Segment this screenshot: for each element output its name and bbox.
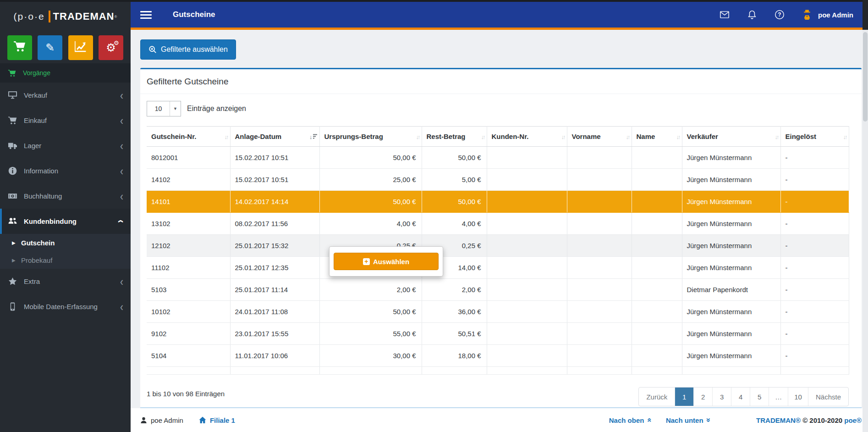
table-row[interactable]: 510325.01.2017 11:142,00 €2,00 €Dietmar …: [147, 279, 849, 301]
sort-icon: ↓↑: [843, 133, 846, 140]
topbar: Gutscheine ? poe Admin: [131, 2, 863, 30]
user-menu[interactable]: poe Admin: [802, 9, 853, 20]
table-cell: [632, 279, 682, 301]
table-cell: [422, 367, 487, 375]
column-header-eingeloest[interactable]: Eingelöst↓↑: [780, 127, 849, 147]
table-cell: [567, 169, 632, 191]
table-cell: [632, 213, 682, 235]
column-header-anlage-datum[interactable]: Anlage-Datum↓: [230, 127, 319, 147]
double-chevron-up-icon: »: [644, 418, 654, 422]
scroll-to-bottom-link[interactable]: Nach unten »: [666, 415, 710, 425]
table-row[interactable]: 1110225.01.2017 12:3514,00 €Jürgen Münst…: [147, 257, 849, 279]
vertical-scrollbar[interactable]: [863, 0, 868, 432]
column-header-gutschein-nr[interactable]: Gutschein-Nr.↓↑: [147, 127, 230, 147]
sidebar-subitem-gutschein[interactable]: ▶ Gutschein: [0, 234, 131, 251]
table-cell: [567, 323, 632, 345]
table-row[interactable]: 910223.01.2017 15:5555,00 €50,51 €Jürgen…: [147, 323, 849, 345]
column-header-verkaeufer[interactable]: Verkäufer↓↑: [682, 127, 780, 147]
pagination-page[interactable]: 3: [712, 388, 731, 406]
caret-right-icon: ▶: [12, 258, 21, 263]
column-label: Vorname: [572, 133, 601, 140]
pagination-next[interactable]: Nächste: [808, 388, 848, 406]
scrollbar-thumb[interactable]: [863, 32, 868, 122]
table-cell: 14102: [147, 169, 230, 191]
table-row[interactable]: 1310208.02.2017 11:564,00 €4,00 €Jürgen …: [147, 213, 849, 235]
table-cell: Jürgen Münstermann: [682, 257, 780, 279]
window-top-strip: [0, 0, 868, 2]
table-cell: 50,51 €: [422, 323, 487, 345]
footer-branch-label: Filiale 1: [210, 416, 235, 424]
chevron-left-icon: ‹: [120, 275, 123, 287]
table-row[interactable]: 1410215.02.2017 10:5125,00 €5,00 €Jürgen…: [147, 169, 849, 191]
copyright-brand: TRADEMAN®: [756, 416, 801, 424]
select-voucher-label: Auswählen: [373, 258, 409, 266]
sidebar-section-vorgaenge: Vorgänge: [0, 63, 131, 83]
quick-settings-button[interactable]: ⚙⚙: [99, 35, 123, 60]
table-cell: 5104: [147, 345, 230, 367]
table-cell: -: [780, 213, 849, 235]
quick-chart-button[interactable]: [68, 35, 93, 60]
table-row[interactable]: 801200115.02.2017 10:5150,00 €50,00 €Jür…: [147, 147, 849, 169]
filtered-select-button[interactable]: Gefilterte auswählen: [140, 39, 236, 60]
table-cell: [567, 301, 632, 323]
quick-edit-button[interactable]: ✎: [38, 35, 62, 60]
scroll-to-bottom-label: Nach unten: [666, 416, 703, 424]
logo-registered-mark: ®: [115, 15, 117, 19]
menu-toggle-button[interactable]: [140, 11, 152, 19]
table-cell: [567, 235, 632, 257]
table-cell: -: [780, 191, 849, 213]
caret-right-icon: ▶: [12, 240, 21, 245]
sidebar-item-einkauf[interactable]: Einkauf ‹: [0, 108, 131, 133]
sidebar-subitem-probekauf[interactable]: ▶ Probekauf: [0, 251, 131, 269]
table-row[interactable]: 1010224.01.2017 11:0850,00 €36,00 €Jürge…: [147, 301, 849, 323]
help-question-icon[interactable]: ?: [774, 9, 785, 20]
sidebar-item-lager[interactable]: Lager ‹: [0, 133, 131, 158]
column-header-ursprungs-betrag[interactable]: Ursprungs-Betrag↓↑: [319, 127, 422, 147]
pagination-page[interactable]: 4: [731, 388, 750, 406]
pagination-page[interactable]: 5: [750, 388, 769, 406]
sidebar-item-label: Information: [24, 167, 58, 175]
quick-cart-button[interactable]: [7, 35, 32, 60]
table-cell: [567, 257, 632, 279]
sidebar-item-mobile-daten-erfassung[interactable]: Mobile Daten-Erfassung ‹: [0, 294, 131, 319]
pagination-page[interactable]: 10: [788, 388, 808, 406]
table-cell: 50,00 €: [319, 191, 422, 213]
table-row[interactable]: 510411.01.2017 10:0630,00 €18,00 €Jürgen…: [147, 345, 849, 367]
user-icon: [140, 417, 147, 424]
sidebar-item-label: Buchhaltung: [24, 192, 62, 200]
notifications-bell-icon[interactable]: [747, 9, 758, 20]
select-voucher-button[interactable]: + Auswählen: [334, 253, 439, 270]
column-header-kunden-nr[interactable]: Kunden-Nr.↓↑: [487, 127, 567, 147]
sidebar-item-kundenbindung[interactable]: Kundenbindung ‹: [0, 209, 131, 234]
table-cell: -: [780, 345, 849, 367]
pagination-page[interactable]: 2: [693, 388, 712, 406]
table-cell: 10102: [147, 301, 230, 323]
table-row[interactable]: 1410114.02.2017 14:1450,00 €50,00 €Jürge…: [147, 191, 849, 213]
topbar-actions: ? poe Admin: [719, 9, 853, 20]
sidebar-item-extra[interactable]: Extra ‹: [0, 269, 131, 294]
table-cell: Jürgen Münstermann: [682, 213, 780, 235]
table-cell: [567, 345, 632, 367]
page-length-select[interactable]: 10 ▼: [147, 101, 181, 116]
column-header-name[interactable]: Name↓↑: [632, 127, 682, 147]
sidebar-item-buchhaltung[interactable]: Buchhaltung ‹: [0, 183, 131, 209]
brand-logo[interactable]: (p·o·eTRADEMAN®: [0, 0, 131, 30]
footer-branch-link[interactable]: Filiale 1: [199, 416, 235, 424]
pagination-page[interactable]: 1: [675, 388, 693, 406]
sidebar-item-verkauf[interactable]: Verkauf ‹: [0, 83, 131, 108]
table-cell: 15.02.2017 10:51: [230, 147, 319, 169]
messages-envelope-icon[interactable]: [719, 9, 730, 20]
table-row-stub: [147, 367, 849, 375]
table-row[interactable]: 1210225.01.2017 15:320.25 €0,25 €Jürgen …: [147, 235, 849, 257]
pagination-prev[interactable]: Zurück: [639, 388, 675, 406]
column-header-rest-betrag[interactable]: Rest-Betrag↓↑: [422, 127, 487, 147]
table-cell: Dietmar Papenkordt: [682, 279, 780, 301]
column-header-vorname[interactable]: Vorname↓↑: [567, 127, 632, 147]
sidebar-item-information[interactable]: Information ‹: [0, 158, 131, 183]
table-cell: 25,00 €: [319, 169, 422, 191]
filtered-select-label: Gefilterte auswählen: [161, 45, 228, 54]
table-cell: Jürgen Münstermann: [682, 191, 780, 213]
scroll-to-top-link[interactable]: Nach oben »: [609, 415, 651, 425]
pagination-page[interactable]: …: [769, 388, 788, 406]
page-length-control: 10 ▼ Einträge anzeigen: [147, 101, 246, 116]
